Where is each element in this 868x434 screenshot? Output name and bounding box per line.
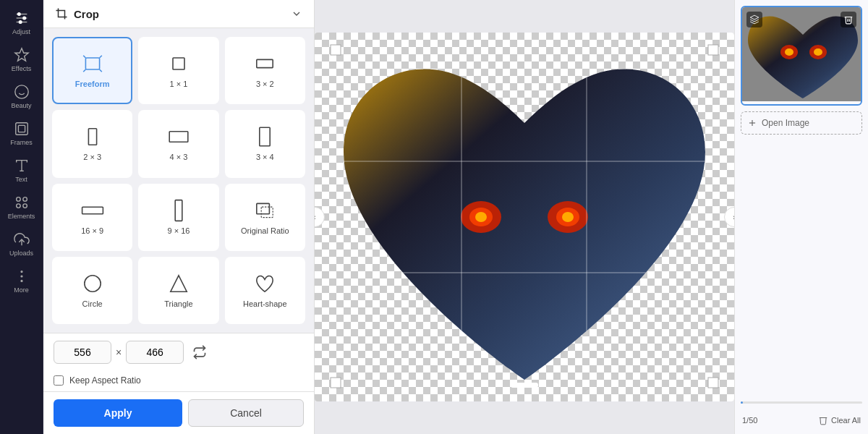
keep-aspect-checkbox[interactable] [54,375,64,386]
right-panel-bottom: 1/50 Clear All [741,412,862,428]
thumbnail-delete-button[interactable] [841,12,856,27]
svg-rect-23 [85,58,99,69]
thumbnail-layers-icon [746,12,762,27]
crop-option-1x1[interactable]: 1 × 1 [138,37,218,104]
keep-aspect-label: Keep Aspect Ratio [69,375,141,386]
sidebar-item-more[interactable]: More [3,264,41,298]
cancel-button[interactable]: Cancel [188,399,304,427]
apply-button[interactable]: Apply [54,399,182,427]
sidebar-item-adjust[interactable]: Adjust [3,6,41,40]
crop-option-4x3[interactable]: 4 × 3 [138,110,218,177]
svg-point-60 [814,48,822,56]
1x1-icon [167,52,190,75]
crop-option-freeform[interactable]: Freeform [52,37,132,104]
svg-rect-22 [59,11,65,17]
height-input[interactable]: 466 [126,341,184,364]
svg-rect-31 [257,203,270,213]
svg-point-21 [21,281,22,282]
crop-option-3x2[interactable]: 3 × 2 [225,37,305,104]
svg-rect-25 [257,59,273,67]
crop-option-heartshape[interactable]: Heart-shape [225,257,305,324]
crop-dropdown-icon[interactable] [291,8,302,20]
svg-point-16 [16,204,20,208]
sidebar-item-beauty-label: Beauty [11,102,31,109]
sidebar-item-uploads[interactable]: Uploads [3,227,41,261]
crop-option-3x4[interactable]: 3 × 4 [225,110,305,177]
svg-point-33 [84,276,100,292]
svg-point-58 [785,48,793,56]
svg-rect-24 [173,58,184,69]
plus-icon [747,118,757,128]
triangle-icon [167,272,190,295]
sidebar-item-more-label: More [14,286,29,294]
crop-option-16x9-label: 16 × 9 [81,226,103,236]
width-input[interactable]: 556 [54,341,111,364]
canvas-area: ‹ [315,0,734,434]
page-count: 1/50 [742,416,757,425]
crop-header: Crop [43,0,314,28]
crop-option-freeform-label: Freeform [75,80,110,89]
svg-point-19 [21,276,22,277]
svg-rect-10 [15,123,27,135]
svg-point-20 [21,271,22,273]
right-panel: Open Image 1/50 Clear All [734,0,868,434]
crop-header-left: Crop [55,7,99,20]
sidebar-item-frames-label: Frames [10,139,33,146]
2x3-icon [81,125,104,148]
svg-marker-61 [750,15,759,20]
svg-rect-54 [708,378,718,388]
crop-option-16x9[interactable]: 16 × 9 [52,184,132,251]
sidebar-item-frames[interactable]: Frames [3,116,41,150]
progress-bar-fill [741,401,743,404]
clear-all-button[interactable]: Clear All [818,415,861,425]
svg-rect-27 [169,132,188,142]
size-row: 556 × 466 [43,333,314,371]
open-image-label: Open Image [762,118,809,128]
sidebar-item-elements[interactable]: Elements [3,190,41,224]
svg-rect-55 [511,383,538,388]
open-image-button[interactable]: Open Image [741,111,862,135]
sidebar-item-effects[interactable]: Effects [3,43,41,77]
freeform-icon [81,52,104,75]
svg-marker-6 [14,48,27,61]
3x4-icon [253,125,276,148]
crop-option-4x3-label: 4 × 3 [170,153,188,162]
svg-point-5 [19,21,22,24]
svg-point-45 [562,212,574,222]
canvas-background [315,33,734,401]
sidebar-item-adjust-label: Adjust [12,28,30,35]
9x16-icon [167,199,190,222]
crop-option-circle[interactable]: Circle [52,257,132,324]
svg-rect-29 [82,207,103,214]
crop-panel: Crop Freeform 1 × 1 3 × 2 2 × 3 4 × 3 [43,0,315,434]
crop-title: Crop [74,8,99,20]
svg-point-3 [17,13,20,16]
3x2-icon [253,52,276,75]
crop-option-original[interactable]: Original Ratio [225,184,305,251]
sidebar-item-beauty[interactable]: Beauty [3,80,41,114]
crop-option-9x16[interactable]: 9 × 16 [138,184,218,251]
svg-point-15 [22,197,27,202]
thumbnail-item[interactable] [741,6,862,106]
canvas-wrapper [315,33,734,401]
crop-icon [55,7,68,20]
svg-rect-51 [331,45,341,55]
svg-rect-26 [88,129,96,145]
sidebar-item-uploads-label: Uploads [9,250,33,257]
trash-icon [818,415,828,425]
svg-point-42 [475,212,487,222]
swap-button[interactable] [188,341,211,364]
4x3-icon [167,125,190,148]
crop-option-triangle[interactable]: Triangle [138,257,218,324]
crop-option-2x3[interactable]: 2 × 3 [52,110,132,177]
svg-point-14 [16,197,20,202]
crop-option-9x16-label: 9 × 16 [168,226,190,236]
progress-bar-container [741,401,862,404]
crop-actions: Apply Cancel [43,391,314,434]
sidebar-item-elements-label: Elements [8,213,35,220]
crop-option-1x1-label: 1 × 1 [170,80,188,89]
sidebar-item-text[interactable]: Text [3,153,41,187]
crop-option-circle-label: Circle [82,299,103,309]
crop-option-2x3-label: 2 × 3 [83,153,101,162]
crop-option-original-label: Original Ratio [241,226,289,236]
